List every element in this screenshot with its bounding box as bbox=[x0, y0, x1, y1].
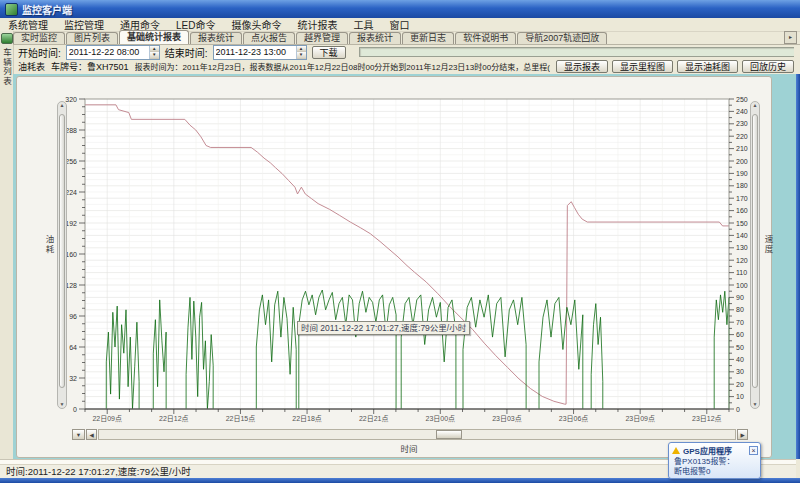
alert-line-type: 断电报警0 bbox=[674, 467, 760, 477]
right-tick-label: 90 bbox=[736, 294, 744, 301]
tab-5[interactable]: 越界管理 bbox=[296, 32, 348, 44]
right-tick-label: 180 bbox=[736, 182, 748, 189]
alert-line-plate: 鲁PX0135报警： bbox=[674, 457, 760, 467]
report-buttons: 显示报表显示里程图显示油耗图回放历史 bbox=[556, 60, 794, 73]
spinner-down-icon[interactable]: ▼ bbox=[297, 52, 306, 59]
tab-2[interactable]: 基础统计报表 bbox=[119, 30, 189, 44]
gps-alert-popup-titlebar: GPS应用程序 × bbox=[669, 443, 760, 456]
left-tick-label: 256 bbox=[65, 158, 77, 165]
scroll-right-icon[interactable]: ▶ bbox=[737, 429, 748, 440]
tab-7[interactable]: 更新日志 bbox=[402, 32, 454, 44]
start-time-label: 开始时间: bbox=[18, 45, 61, 60]
query-toolbar: 开始时间: ▲▼ 结束时间: ▲▼ 下载 bbox=[13, 45, 800, 59]
gps-alert-popup-body: 鲁PX0135报警： 断电报警0 bbox=[669, 456, 760, 477]
scroll-left-icon[interactable]: ◀ bbox=[86, 429, 97, 440]
scroll-down-icon[interactable]: ▼ bbox=[751, 401, 759, 408]
x-tick-label: 22日21点 bbox=[359, 415, 389, 423]
time-scrollbar[interactable]: ▼ ◀ ▶ bbox=[72, 429, 748, 440]
right-tick-label: 70 bbox=[736, 319, 744, 326]
scroll-up-icon[interactable]: ▲ bbox=[58, 102, 66, 109]
left-tick-label: 160 bbox=[65, 251, 77, 258]
time-scroll-thumb[interactable] bbox=[436, 430, 462, 439]
right-tick-label: 230 bbox=[736, 120, 748, 127]
time-scroll-dropdown[interactable]: ▼ bbox=[72, 429, 85, 440]
x-tick-label: 22日09点 bbox=[92, 415, 122, 423]
x-tick-label: 22日12点 bbox=[159, 415, 189, 423]
tab-9[interactable]: 导航2007轨迹回放 bbox=[517, 32, 607, 44]
right-tick-label: 160 bbox=[736, 207, 748, 214]
gps-alert-popup: GPS应用程序 × 鲁PX0135报警： 断电报警0 bbox=[668, 442, 761, 479]
x-tick-label: 22日15点 bbox=[226, 415, 256, 423]
tab-3[interactable]: 报表统计 bbox=[190, 32, 242, 44]
right-tick-label: 80 bbox=[736, 306, 744, 313]
end-time-spinner[interactable]: ▲▼ bbox=[296, 46, 306, 59]
close-icon[interactable]: × bbox=[749, 446, 758, 455]
tab-1[interactable]: 图片列表 bbox=[66, 32, 118, 44]
menu-item-1[interactable]: 监控管理 bbox=[64, 17, 104, 32]
scroll-down-icon[interactable]: ▼ bbox=[58, 401, 66, 408]
show-report-button[interactable]: 显示报表 bbox=[556, 60, 608, 73]
end-time-input[interactable] bbox=[214, 46, 296, 59]
download-progress-bar bbox=[359, 47, 794, 57]
speed-axis-scroll-thumb[interactable] bbox=[752, 114, 758, 388]
left-tick-label: 128 bbox=[65, 282, 77, 289]
playback-history-button[interactable]: 回放历史 bbox=[742, 60, 794, 73]
right-tick-label: 40 bbox=[736, 356, 744, 363]
plate-number-label: 车牌号：鲁XH7501 bbox=[51, 60, 129, 73]
menu-item-0[interactable]: 系统管理 bbox=[8, 17, 48, 32]
right-tick-label: 110 bbox=[736, 269, 747, 276]
right-tick-label: 10 bbox=[736, 393, 744, 400]
x-tick-label: 23日03点 bbox=[492, 415, 522, 423]
right-tick-label: 250 bbox=[736, 96, 748, 103]
tab-8[interactable]: 软件说明书 bbox=[455, 32, 516, 44]
fuel-axis-scroll-thumb[interactable] bbox=[59, 114, 65, 388]
right-tick-label: 150 bbox=[736, 220, 748, 227]
left-tick-label: 0 bbox=[73, 406, 77, 413]
x-axis-title: 时间 bbox=[309, 442, 509, 454]
right-tick-label: 60 bbox=[736, 331, 744, 338]
tab-0[interactable]: 实时监控 bbox=[13, 32, 65, 44]
vehicle-list-icon bbox=[1, 33, 13, 44]
menu-item-5[interactable]: 统计报表 bbox=[297, 17, 337, 32]
end-time-label: 结束时间: bbox=[165, 45, 208, 60]
right-tick-label: 200 bbox=[736, 158, 748, 165]
right-axis-title: 速度 bbox=[762, 235, 774, 254]
vehicle-list-rail[interactable]: 车辆列表 bbox=[0, 31, 14, 459]
title-bar[interactable]: 监控客户端 bbox=[0, 0, 800, 18]
left-tick-label: 192 bbox=[65, 220, 77, 227]
fuel-speed-chart: 0326496128160192224256288320010203040506… bbox=[17, 77, 771, 457]
left-tick-label: 288 bbox=[65, 127, 77, 134]
window-frame-right bbox=[796, 74, 800, 459]
vehicle-list-tab-label[interactable]: 车辆列表 bbox=[1, 48, 13, 86]
right-tick-label: 30 bbox=[736, 368, 744, 375]
menu-item-7[interactable]: 窗口 bbox=[389, 17, 409, 32]
start-time-spinner[interactable]: ▲▼ bbox=[149, 46, 159, 59]
start-time-field: ▲▼ bbox=[66, 45, 160, 60]
spinner-down-icon[interactable]: ▼ bbox=[150, 52, 159, 59]
right-tick-label: 20 bbox=[736, 381, 744, 388]
tab-4[interactable]: 点火报告 bbox=[243, 32, 295, 44]
app-icon bbox=[5, 3, 18, 16]
right-tick-label: 120 bbox=[736, 257, 748, 264]
end-time-field: ▲▼ bbox=[213, 45, 307, 60]
menu-item-6[interactable]: 工具 bbox=[353, 17, 373, 32]
download-button[interactable]: 下载 bbox=[312, 46, 346, 59]
tab-6[interactable]: 报表统计 bbox=[349, 32, 401, 44]
tab-scroll-button[interactable]: ▸ bbox=[784, 31, 797, 44]
speed-axis-scrollbar[interactable]: ▲ ▼ bbox=[750, 101, 760, 409]
report-type-label: 油耗表 bbox=[18, 60, 45, 73]
start-time-input[interactable] bbox=[67, 46, 149, 59]
show-mileage-button[interactable]: 显示里程图 bbox=[612, 60, 673, 73]
right-tick-label: 130 bbox=[736, 244, 748, 251]
right-tick-label: 50 bbox=[736, 344, 744, 351]
right-tick-label: 210 bbox=[736, 145, 748, 152]
fuel-axis-scrollbar[interactable]: ▲ ▼ bbox=[57, 101, 67, 409]
report-summary-text: 报表时间为：2011年12月23日，报表数据从2011年12月22日08时00分… bbox=[135, 61, 550, 72]
time-scroll-track[interactable] bbox=[98, 429, 736, 440]
show-fuel-button[interactable]: 显示油耗图 bbox=[677, 60, 738, 73]
left-tick-label: 32 bbox=[69, 375, 77, 382]
menu-item-4[interactable]: 摄像头命令 bbox=[231, 17, 281, 32]
left-tick-label: 320 bbox=[65, 96, 77, 103]
scroll-up-icon[interactable]: ▲ bbox=[751, 102, 759, 109]
report-info-bar: 油耗表 车牌号：鲁XH7501 报表时间为：2011年12月23日，报表数据从2… bbox=[13, 59, 796, 74]
